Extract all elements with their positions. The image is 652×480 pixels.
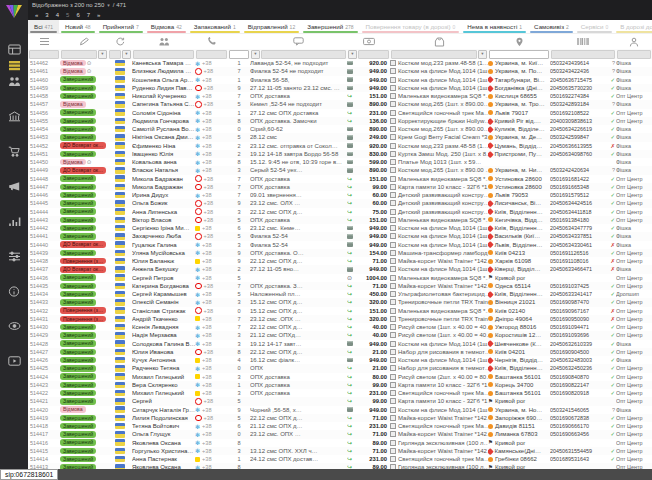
filter-count[interactable] <box>228 49 250 59</box>
table-row[interactable]: 514438 Повернення (з… Юлия Баланюк +38 9… <box>28 257 652 265</box>
table-row[interactable]: 514415 Завершений Горгулько Христина… ✻+… <box>28 447 652 455</box>
table-row[interactable]: 514420 Відмова Ситарчук Наталія Гр… ✻+38… <box>28 406 652 414</box>
filter-sum-dropdown[interactable]: ▾ <box>348 50 357 59</box>
table-row[interactable]: 514427 Завершений Юлия Иванова +38 8 22.… <box>28 348 652 356</box>
filter-product[interactable]: ▾ <box>390 49 488 59</box>
table-row[interactable]: 514458 Завершений Николай Кучеренко ✻+38… <box>28 92 652 100</box>
table-row[interactable]: 514424 Завершений Михаил Гилецький +38 3… <box>28 373 652 381</box>
table-row[interactable]: 514418 Завершений Тетяна Войтович ✻+38 6… <box>28 422 652 430</box>
table-row[interactable]: 514432 Повернення (з… Станіслав Стрижак … <box>28 307 652 315</box>
pagination-page-7[interactable]: 7 <box>84 12 93 18</box>
table-row[interactable]: 514460 Завершений Кошелева Ольга Ар… ✻+3… <box>28 76 652 84</box>
table-row[interactable]: 514421 Завершений Сергей +38 5 ↪99.00 Ка… <box>28 397 652 405</box>
sidebar-item-purchases-cart[interactable] <box>5 144 23 158</box>
table-row[interactable]: 514431 Повернення (з… Андрій Ткаченко +3… <box>28 315 652 323</box>
table-row[interactable]: 514428 Завершений Солодкова Галина В… ✻+… <box>28 340 652 348</box>
sidebar-item-info[interactable] <box>5 284 23 298</box>
table-row[interactable]: 514450 Відмова⊙ Ковальова анна ✻+38 8 15… <box>28 158 652 166</box>
table-row[interactable]: 514416 Завершений Яковлева Оксана ✻+38 8… <box>28 439 652 447</box>
table-row[interactable]: 514425 Завершений Радченко Тетяна ✻+38 0… <box>28 364 652 372</box>
filter-client[interactable] <box>132 49 195 59</box>
pagination-first-button[interactable]: « <box>32 12 41 18</box>
tab-status[interactable]: Завершений278 <box>301 20 359 33</box>
column-header-sum-banknote-icon[interactable] <box>347 34 390 49</box>
pagination-page-3[interactable]: 3 <box>42 12 51 18</box>
table-row[interactable]: 514452 ДО Возврат ок… Єфименко Ніна ✻+38… <box>28 142 652 150</box>
table-row[interactable]: 514423 Завершений Вера Скляренко ✻+38 1 … <box>28 381 652 389</box>
sidebar-item-video-tutorials[interactable] <box>5 354 23 368</box>
column-header-status-pencil-icon[interactable] <box>60 34 108 49</box>
table-row[interactable]: 514445 Завершений Ольга Божик +38 9 23.1… <box>28 199 652 207</box>
table-row[interactable]: 514441 Завершений Захарченко Люба +38 5 … <box>28 232 652 240</box>
column-header-phone-icon[interactable] <box>195 34 228 49</box>
sidebar-item-dashboard[interactable] <box>5 42 23 56</box>
page-size-dropdown[interactable]: ▾ <box>107 2 110 8</box>
table-row[interactable]: 514417 Завершений Ольга Глущук ✻+38 0 23… <box>28 430 652 438</box>
table-row[interactable]: 514461 Відмова⊙ Близнюк Людмила … +38 7 … <box>28 67 652 75</box>
filter-comment-dropdown[interactable]: ▾ <box>251 50 260 59</box>
tab-status[interactable]: Запакований1 <box>188 20 242 33</box>
column-header-product-bag-icon[interactable] <box>390 34 488 49</box>
table-row[interactable]: 514453 Завершений Нікітіна Оксана Дми… ✻… <box>28 133 652 141</box>
table-row[interactable]: 514444 Завершений Анна Липенська +38 3 2… <box>28 208 652 216</box>
table-row[interactable]: 514414 Завершений Анна Пастернак +38 1 2… <box>28 455 652 463</box>
filter-id[interactable] <box>28 49 60 59</box>
filter-sum[interactable]: ▾ <box>347 49 390 59</box>
table-row[interactable]: 514442 Завершений Сергієнко Іріна Ми… +3… <box>28 224 652 232</box>
filter-country[interactable]: ▾ <box>108 49 132 59</box>
tab-status[interactable]: Всі471 <box>28 20 59 33</box>
filter-comment[interactable]: ▾ <box>250 49 347 59</box>
sidebar-item-warehouse[interactable] <box>5 109 23 123</box>
filter-country-dropdown[interactable]: ▾ <box>122 50 131 59</box>
tab-status[interactable]: Нема в наявності1 <box>461 20 528 33</box>
filter-address[interactable] <box>488 49 550 59</box>
filter-phone[interactable] <box>195 49 228 59</box>
table-row[interactable]: 514434 Завершений Сергей Карамышев ✻+38 … <box>28 290 652 298</box>
filter-product-dropdown[interactable]: ▾ <box>478 50 487 59</box>
tab-status[interactable]: В дорозі додому0 <box>614 20 652 33</box>
filter-source[interactable] <box>616 49 652 59</box>
pagination-last-button[interactable]: » <box>94 12 103 18</box>
column-header-address-pin-icon[interactable] <box>488 34 550 49</box>
table-row[interactable]: 514455 Завершений Людмила Гончарова ✻+38… <box>28 117 652 125</box>
table-row[interactable]: 514448 Завершений Микола Бадражан +38 7 … <box>28 175 652 183</box>
pagination-page-5[interactable]: 5 <box>63 12 72 18</box>
table-row[interactable]: 514447 Завершений Микола Бадражан +38 7 … <box>28 183 652 191</box>
sidebar-item-monitor-eye[interactable] <box>5 319 23 333</box>
tab-status[interactable]: Відмова42 <box>145 20 188 33</box>
column-header-client-people-icon[interactable] <box>132 34 195 49</box>
tab-status[interactable]: Повернення товару (в дорозі)0 <box>360 20 462 33</box>
table-row[interactable]: 514435 Завершений Катерина Богданова +38… <box>28 282 652 290</box>
table-row[interactable]: 514426 Завершений Кучук Антонина +38 4 1… <box>28 356 652 364</box>
table-row[interactable]: 514439 Завершений Уляна Мусійовська ✻+38… <box>28 249 652 257</box>
column-header-id[interactable] <box>28 34 60 49</box>
tab-status[interactable]: Відправлений12 <box>242 20 301 33</box>
table-row[interactable]: 514457 Відмова Сапегина Татьяна С… +38 5… <box>28 100 652 108</box>
tab-status[interactable]: Прийнятий7 <box>97 20 145 33</box>
filter-status[interactable]: ▾ <box>60 49 108 59</box>
tab-status[interactable]: Самовивіз2 <box>528 20 575 33</box>
pagination-page-4[interactable]: 4 <box>53 12 62 18</box>
table-row[interactable]: 514462 Відмова⊙ Каневська Тамара … ✻+38 … <box>28 59 652 67</box>
column-header-source-person-icon[interactable] <box>616 34 652 49</box>
sidebar-item-settings-sliders[interactable] <box>5 249 23 263</box>
table-row[interactable]: 514440 ДО Возврат ок… Гуцалюк Галина ✻+3… <box>28 241 652 249</box>
table-row[interactable]: 514443 Завершений Віктор Власов +38 5 ОП… <box>28 216 652 224</box>
table-row[interactable]: 514436 Завершений Сергей Петров ✻+38 5 ⊙… <box>28 274 652 282</box>
table-row[interactable]: 514437 ДО Возврат ок… Анжела Безушку ✻+3… <box>28 265 652 273</box>
column-header-tracking-barcode-icon[interactable] <box>550 34 616 49</box>
table-row[interactable]: 514454 Завершений Самотій Руслана Во… ✻+… <box>28 125 652 133</box>
column-header-country-refresh-icon[interactable] <box>108 34 132 49</box>
table-row[interactable]: 514449 ДО Возврат ок… Власюк Наталья ✻+3… <box>28 166 652 174</box>
table-row[interactable]: 514451 Завершений Іващенко Юлія ✻+38 2 1… <box>28 150 652 158</box>
table-row[interactable]: 514433 Завершений Олексій Семанін ✻+38 3… <box>28 298 652 306</box>
table-row[interactable]: 514422 Завершений Михаил Гилецький +38 3… <box>28 389 652 397</box>
table-row[interactable]: 514456 Завершений Соломія Сідоніна ✻+38 … <box>28 109 652 117</box>
table-row[interactable]: 514419 Завершений Лилия Подолинская +38 … <box>28 414 652 422</box>
column-header-count[interactable] <box>228 34 250 49</box>
tab-status[interactable]: Новий48 <box>59 20 97 33</box>
pagination-page-6[interactable]: 6 <box>73 12 82 18</box>
table-row[interactable]: 514430 Завершений Ксенія Левадняя ✻+38 7… <box>28 323 652 331</box>
filter-status-dropdown[interactable]: ▾ <box>98 50 107 59</box>
tab-status[interactable]: Сервіси0 <box>575 20 614 33</box>
